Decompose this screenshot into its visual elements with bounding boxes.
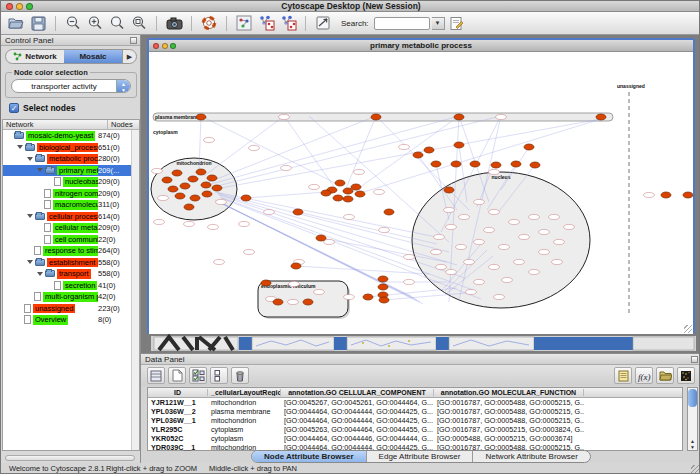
network-node[interactable] [184, 221, 195, 226]
network-node[interactable] [502, 277, 513, 282]
network-node-selected[interactable] [351, 184, 361, 190]
network-node-selected[interactable] [293, 209, 303, 215]
import-attributes-folder-icon[interactable] [656, 367, 674, 384]
network-node[interactable] [489, 169, 500, 174]
help-lifesaver-icon[interactable] [199, 14, 219, 33]
network-node[interactable] [154, 219, 165, 224]
network-node[interactable] [216, 199, 227, 204]
network-node[interactable] [204, 137, 215, 142]
search-input[interactable] [374, 17, 430, 30]
network-node[interactable] [644, 192, 655, 197]
zoom-in-icon[interactable] [85, 14, 105, 33]
table-scrollbar[interactable]: ▲▼ [687, 387, 698, 451]
save-session-icon[interactable] [28, 14, 48, 33]
network-node-selected[interactable] [188, 176, 198, 182]
column-header[interactable]: ID [148, 389, 208, 396]
zoom-selected-icon[interactable] [107, 14, 127, 33]
network-node[interactable] [379, 227, 390, 232]
network-node-selected[interactable] [196, 114, 206, 120]
delete-attribute-trash-icon[interactable] [231, 367, 249, 384]
network-overview-icon[interactable] [234, 14, 254, 33]
network-node[interactable] [399, 144, 410, 149]
network-node[interactable] [446, 224, 457, 229]
apply-layout-alt-icon[interactable] [278, 14, 298, 33]
tab-network-attribute-browser[interactable]: Network Attribute Browser [473, 451, 589, 462]
select-nodes-checkbox[interactable]: ✓ [9, 103, 19, 113]
network-node-selected[interactable] [333, 195, 343, 201]
tree-row[interactable]: metabolic process280(0) [3, 153, 131, 165]
network-node[interactable] [374, 189, 385, 194]
network-node-selected[interactable] [261, 280, 271, 286]
table-row[interactable]: YPL036W__2plasma membrane[GO:0044464, GO… [148, 407, 682, 416]
expand-triangle-icon[interactable] [37, 168, 43, 172]
network-node-selected[interactable] [454, 142, 464, 148]
network-node-selected[interactable] [683, 192, 693, 198]
expand-triangle-icon[interactable] [27, 260, 33, 264]
tab-mosaic[interactable]: Mosaic [64, 50, 122, 63]
tree-row[interactable]: Overview8(0) [3, 314, 131, 326]
network-edge[interactable] [352, 116, 459, 193]
attribute-table-icon[interactable] [147, 367, 165, 384]
unselect-attributes-icon[interactable] [210, 367, 228, 384]
network-node[interactable] [552, 259, 563, 264]
network-edge[interactable] [213, 116, 501, 187]
network-node[interactable] [446, 269, 457, 274]
matrix-heatmap-icon[interactable] [677, 367, 695, 384]
network-node[interactable] [244, 249, 255, 254]
network-node[interactable] [489, 264, 500, 269]
network-node[interactable] [539, 249, 550, 254]
network-node[interactable] [434, 234, 445, 239]
network-node-selected[interactable] [162, 177, 172, 183]
network-node-selected[interactable] [291, 263, 301, 269]
float-panel-icon[interactable] [691, 356, 698, 363]
tree-scrollbar[interactable] [131, 130, 139, 450]
network-node[interactable] [344, 214, 355, 219]
tree-row[interactable]: biological_process651(0) [3, 142, 131, 154]
network-node[interactable] [344, 294, 355, 299]
network-node-selected[interactable] [303, 299, 313, 305]
scrollbar-thumb[interactable] [688, 389, 697, 407]
network-node[interactable] [288, 299, 299, 304]
tree-row[interactable]: cellular process614(0) [3, 211, 131, 223]
expand-triangle-icon[interactable] [17, 145, 23, 149]
network-node[interactable] [474, 239, 485, 244]
network-node[interactable] [509, 219, 520, 224]
network-node-selected[interactable] [196, 169, 206, 175]
tree-row[interactable]: primary metabo209(... [3, 165, 131, 177]
network-node-selected[interactable] [175, 193, 185, 199]
network-node-selected[interactable] [201, 182, 211, 188]
zoom-out-icon[interactable] [63, 14, 83, 33]
network-node-selected[interactable] [491, 162, 501, 168]
network-edge[interactable] [209, 116, 376, 182]
tree-row[interactable]: secretion41(0) [3, 280, 131, 292]
network-node[interactable] [499, 244, 510, 249]
network-node-selected[interactable] [384, 209, 394, 215]
network-node-selected[interactable] [273, 299, 283, 305]
network-node[interactable] [404, 254, 415, 259]
network-node-selected[interactable] [207, 175, 217, 181]
network-node-selected[interactable] [511, 161, 521, 167]
network-node-selected[interactable] [316, 235, 326, 241]
network-window-titlebar[interactable]: primary metabolic process [149, 40, 693, 52]
network-node[interactable] [279, 114, 290, 119]
tree-row[interactable]: unassigned223(0) [3, 303, 131, 315]
network-node[interactable] [158, 195, 169, 200]
table-row[interactable]: YLR295Ccytoplasm[GO:0045263, GO:0044464,… [148, 425, 682, 434]
tree-row[interactable]: nucleobase-209(0) [3, 176, 131, 188]
function-builder-icon[interactable]: f(x) [635, 367, 653, 384]
select-attributes-icon[interactable] [189, 367, 207, 384]
scrollbar-arrows[interactable]: ▲▼ [688, 438, 697, 450]
network-node[interactable] [514, 259, 525, 264]
tab-edge-attribute-browser[interactable]: Edge Attribute Browser [367, 451, 474, 462]
network-node[interactable] [208, 224, 219, 229]
network-node-selected[interactable] [212, 185, 222, 191]
network-node-selected[interactable] [172, 170, 182, 176]
column-header[interactable]: annotation.GO MOLECULAR_FUNCTION [434, 389, 584, 396]
network-node[interactable] [239, 221, 250, 226]
network-node[interactable] [466, 289, 477, 294]
tree-row[interactable]: nitrogen compo209(0) [3, 188, 131, 200]
zoom-fit-icon[interactable] [129, 14, 149, 33]
tab-node-attribute-browser[interactable]: Node Attribute Browser [252, 451, 367, 462]
import-network-icon[interactable] [313, 14, 333, 33]
tree-row[interactable]: macromolecule311(0) [3, 199, 131, 211]
